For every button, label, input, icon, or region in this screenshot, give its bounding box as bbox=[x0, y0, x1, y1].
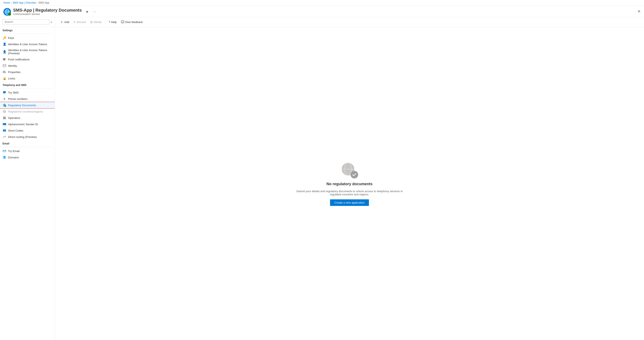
sidebar-item-direct-routing[interactable]: Direct routing (Preview) bbox=[0, 134, 55, 140]
sidebar-label-identities-preview: Identities & User Access Tokens (Preview… bbox=[8, 49, 52, 55]
sidebar-item-push-notifications[interactable]: Push notifications bbox=[0, 56, 55, 62]
settings-section-label: Settings bbox=[0, 27, 55, 33]
empty-title: No regulatory documents bbox=[326, 182, 372, 186]
telephony-section-label: Telephony and SMS bbox=[0, 82, 55, 87]
svg-rect-12 bbox=[4, 71, 5, 73]
delete-button[interactable]: 🗑 Delete bbox=[88, 19, 104, 25]
svg-point-19 bbox=[4, 111, 5, 112]
lock-icon: 🔒 bbox=[2, 76, 6, 80]
sidebar-item-registered-countries: Registered countries/regions bbox=[0, 108, 55, 115]
sms-icon bbox=[2, 91, 6, 94]
feedback-icon bbox=[121, 20, 124, 24]
feedback-button[interactable]: Give feedback bbox=[119, 19, 144, 25]
add-label: Add bbox=[64, 20, 69, 24]
sidebar-label-identities: Identities & User Access Tokens bbox=[8, 43, 47, 46]
close-button[interactable]: ✕ bbox=[638, 9, 640, 14]
person2-icon: 👤 bbox=[2, 50, 6, 54]
sidebar-search-area: « bbox=[0, 17, 55, 27]
sidebar-label-identity: Identity bbox=[8, 64, 17, 67]
sidebar-item-phone-numbers[interactable]: # Phone numbers bbox=[0, 96, 55, 102]
collapse-sidebar-button[interactable]: « bbox=[50, 20, 52, 24]
sidebar-label-registered: Registered countries/regions bbox=[8, 110, 43, 113]
sidebar-label-properties: Properties bbox=[8, 71, 20, 74]
domain-icon bbox=[2, 156, 6, 159]
sidebar-label-operators: Operators bbox=[8, 116, 20, 120]
content-area: ＋ Add ✕ Discard 🗑 Delete ? Help Give fee… bbox=[55, 17, 644, 340]
svg-point-8 bbox=[4, 65, 4, 66]
discard-icon: ✕ bbox=[73, 20, 76, 24]
sidebar-label-short-codes: Short Codes bbox=[8, 129, 23, 132]
operators-icon bbox=[2, 116, 6, 120]
help-button[interactable]: ? Help bbox=[107, 19, 118, 25]
breadcrumb-sep-2: › bbox=[37, 2, 38, 4]
svg-rect-11 bbox=[3, 71, 4, 73]
notification-icon bbox=[2, 57, 6, 61]
short-codes-icon: SC bbox=[2, 129, 6, 132]
svg-point-21 bbox=[4, 117, 6, 118]
sidebar-label-domains: Domains bbox=[8, 156, 19, 159]
sidebar-item-domains[interactable]: Domains bbox=[0, 154, 55, 161]
key-icon: 🔑 bbox=[2, 36, 6, 40]
command-bar: ＋ Add ✕ Discard 🗑 Delete ? Help Give fee… bbox=[55, 17, 644, 27]
sidebar-item-try-sms[interactable]: Try SMS bbox=[0, 89, 55, 96]
create-application-button[interactable]: Create a new application bbox=[330, 199, 369, 206]
svg-text:SC: SC bbox=[4, 130, 6, 131]
page-title: SMS-App | Regulatory Documents bbox=[13, 8, 82, 13]
sidebar-label-regulatory: Regulatory Documents bbox=[8, 104, 36, 107]
main-layout: « Settings 🔑 Keys 👤 Identities & User Ac… bbox=[0, 17, 644, 340]
empty-state: No regulatory documents Submit your deta… bbox=[290, 162, 409, 206]
sidebar-item-identity[interactable]: Identity bbox=[0, 62, 55, 69]
breadcrumb-current: SMS-App bbox=[38, 1, 49, 4]
countries-icon bbox=[2, 110, 6, 113]
phone-icon: # bbox=[2, 97, 6, 101]
person-icon: 👤 bbox=[2, 42, 6, 46]
breadcrumb-home[interactable]: Home bbox=[4, 1, 10, 4]
favorite-button[interactable]: ★ bbox=[84, 9, 90, 14]
add-icon: ＋ bbox=[60, 20, 64, 24]
sidebar-item-identities[interactable]: 👤 Identities & User Access Tokens bbox=[0, 41, 55, 47]
delete-label: Delete bbox=[94, 20, 102, 24]
sidebar-item-locks[interactable]: 🔒 Locks bbox=[0, 75, 55, 82]
delete-icon: 🗑 bbox=[90, 20, 93, 24]
search-input[interactable] bbox=[2, 19, 49, 24]
sidebar-label-try-sms: Try SMS bbox=[8, 91, 18, 94]
empty-illustration bbox=[340, 162, 359, 178]
email-divider bbox=[2, 147, 52, 147]
cmd-separator bbox=[105, 20, 105, 24]
content-body: No regulatory documents Submit your deta… bbox=[55, 27, 644, 340]
sidebar-item-keys[interactable]: 🔑 Keys bbox=[0, 35, 55, 41]
svg-text:ID: ID bbox=[3, 124, 5, 125]
sidebar-item-operators[interactable]: Operators bbox=[0, 115, 55, 121]
sidebar-label-push: Push notifications bbox=[8, 58, 30, 61]
sidebar-item-alphanumeric[interactable]: ID Alphanumeric Sender ID bbox=[0, 121, 55, 127]
breadcrumb: Home › SMS-App | Overview › SMS-App bbox=[0, 0, 644, 6]
svg-point-30 bbox=[122, 21, 122, 21]
email-icon bbox=[2, 149, 6, 153]
breadcrumb-overview[interactable]: SMS-App | Overview bbox=[12, 1, 36, 4]
svg-rect-13 bbox=[5, 71, 6, 73]
page-header: ✓ SMS-App | Regulatory Documents Communi… bbox=[0, 6, 644, 17]
empty-state-icon bbox=[340, 162, 359, 178]
email-section-label: Email bbox=[0, 140, 55, 146]
app-icon: ✓ bbox=[4, 8, 11, 16]
add-button[interactable]: ＋ Add bbox=[58, 19, 71, 25]
regulatory-icon bbox=[2, 103, 6, 107]
sidebar-item-regulatory-documents[interactable]: Regulatory Documents bbox=[0, 102, 55, 108]
help-label: Help bbox=[111, 20, 117, 24]
discard-button[interactable]: ✕ Discard bbox=[72, 19, 88, 25]
svg-rect-6 bbox=[4, 60, 5, 60]
sidebar-label-keys: Keys bbox=[8, 36, 14, 39]
page-subtitle: Communication Service bbox=[13, 13, 82, 16]
discard-label: Discard bbox=[76, 20, 86, 24]
svg-point-29 bbox=[121, 20, 124, 23]
routing-icon bbox=[2, 135, 6, 139]
sidebar-item-short-codes[interactable]: SC Short Codes bbox=[0, 127, 55, 134]
more-options-button[interactable]: ··· bbox=[92, 9, 97, 14]
sidebar-item-try-email[interactable]: Try Email bbox=[0, 148, 55, 154]
sidebar-label-direct-routing: Direct routing (Preview) bbox=[8, 135, 37, 139]
svg-point-31 bbox=[123, 21, 124, 21]
help-icon: ? bbox=[109, 20, 110, 24]
sidebar-item-identities-preview[interactable]: 👤 Identities & User Access Tokens (Previ… bbox=[0, 47, 55, 56]
svg-point-20 bbox=[3, 117, 4, 118]
sidebar-item-properties[interactable]: Properties bbox=[0, 69, 55, 75]
